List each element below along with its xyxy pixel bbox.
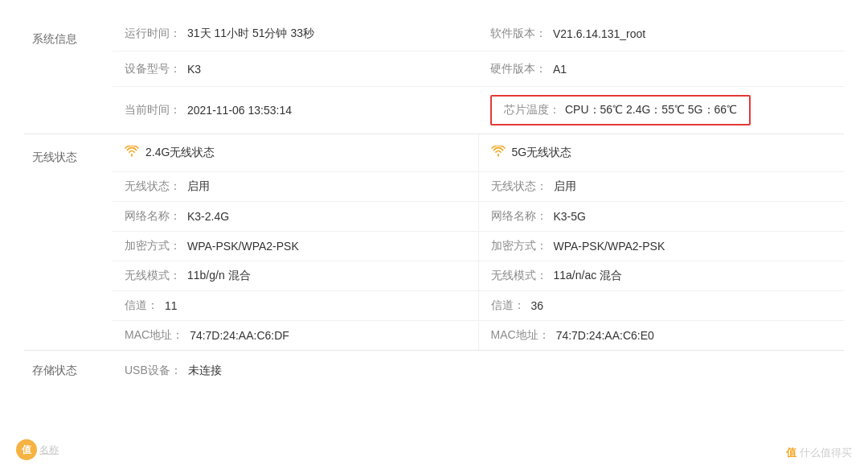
watermark-username: 名称 bbox=[39, 443, 59, 457]
system-row-1: 运行时间： 31天 11小时 51分钟 33秒 软件版本： V21.6.14.1… bbox=[113, 16, 844, 51]
w5-status-value: 启用 bbox=[554, 179, 576, 194]
w24-encrypt-value: WPA-PSK/WPA2-PSK bbox=[187, 240, 299, 253]
w5-channel-label: 信道： bbox=[491, 298, 525, 313]
wireless-24g-ssid: 网络名称： K3-2.4G bbox=[113, 202, 478, 232]
brand-watermark: 值 什么值得买 bbox=[786, 446, 852, 460]
w5-ssid-value: K3-5G bbox=[554, 210, 586, 223]
wireless-24g-status: 无线状态： 启用 bbox=[113, 172, 478, 202]
brand-text: 什么值得买 bbox=[800, 446, 852, 460]
w5-encrypt-value: WPA-PSK/WPA2-PSK bbox=[554, 240, 665, 253]
runtime-value: 31天 11小时 51分钟 33秒 bbox=[187, 27, 314, 41]
wireless-24g-mac: MAC地址： 74:7D:24:AA:C6:DF bbox=[113, 321, 478, 350]
system-content: 运行时间： 31天 11小时 51分钟 33秒 软件版本： V21.6.14.1… bbox=[113, 16, 844, 134]
system-model: 设备型号： K3 bbox=[113, 54, 478, 84]
main-container: 系统信息 运行时间： 31天 11小时 51分钟 33秒 软件版本： V21.6… bbox=[0, 0, 868, 473]
temp-box: 芯片温度： CPU：56℃ 2.4G：55℃ 5G：66℃ bbox=[490, 95, 751, 125]
w5-channel-value: 36 bbox=[531, 299, 544, 312]
system-row-3: 当前时间： 2021-11-06 13:53:14 芯片温度： CPU：56℃ … bbox=[113, 87, 844, 134]
wireless-24g-mode: 无线模式： 11b/g/n 混合 bbox=[113, 261, 478, 291]
w5-encrypt-label: 加密方式： bbox=[491, 239, 547, 253]
wireless-5g-mode: 无线模式： 11a/n/ac 混合 bbox=[479, 261, 845, 291]
brand-highlight: 值 bbox=[786, 446, 796, 460]
wireless-5g-ssid: 网络名称： K3-5G bbox=[479, 202, 845, 232]
wireless-5g-title-row: 5G无线状态 bbox=[479, 134, 845, 172]
system-runtime: 运行时间： 31天 11小时 51分钟 33秒 bbox=[113, 19, 478, 49]
storage-content: USB设备： 未连接 bbox=[113, 351, 844, 391]
w5-mode-value: 11a/n/ac 混合 bbox=[554, 269, 623, 283]
w5-ssid-label: 网络名称： bbox=[491, 209, 547, 224]
usb-label: USB设备： bbox=[125, 364, 182, 378]
watermark: 值 名称 bbox=[16, 439, 59, 460]
w24-mac-value: 74:7D:24:AA:C6:DF bbox=[190, 329, 289, 342]
w24-status-value: 启用 bbox=[187, 179, 210, 194]
system-hardware: 硬件版本： A1 bbox=[478, 54, 844, 84]
system-time: 当前时间： 2021-11-06 13:53:14 bbox=[113, 95, 478, 125]
hardware-label: 硬件版本： bbox=[490, 62, 547, 76]
temp-label: 芯片温度： bbox=[504, 103, 560, 117]
system-label: 系统信息 bbox=[24, 16, 113, 134]
runtime-label: 运行时间： bbox=[125, 27, 181, 41]
wireless-5g-channel: 信道： 36 bbox=[479, 291, 845, 321]
wireless-5g: 5G无线状态 无线状态： 启用 网络名称： K3-5G 加密方式： WPA-PS… bbox=[479, 134, 845, 350]
storage-section: 存储状态 USB设备： 未连接 bbox=[24, 351, 844, 391]
time-value: 2021-11-06 13:53:14 bbox=[187, 104, 292, 117]
model-value: K3 bbox=[187, 63, 201, 76]
software-label: 软件版本： bbox=[490, 27, 547, 41]
wireless-24g-title-row: 2.4G无线状态 bbox=[113, 134, 478, 172]
w24-mode-label: 无线模式： bbox=[125, 269, 181, 283]
hardware-value: A1 bbox=[553, 63, 567, 76]
w5-mode-label: 无线模式： bbox=[491, 269, 547, 283]
wireless-label: 无线状态 bbox=[24, 134, 113, 350]
system-temp: 芯片温度： CPU：56℃ 2.4G：55℃ 5G：66℃ bbox=[478, 87, 844, 134]
wireless-24g-encrypt: 加密方式： WPA-PSK/WPA2-PSK bbox=[113, 232, 478, 261]
wireless-content: 2.4G无线状态 无线状态： 启用 网络名称： K3-2.4G 加密方式： WP… bbox=[113, 134, 844, 350]
w24-encrypt-label: 加密方式： bbox=[125, 239, 181, 253]
w24-ssid-label: 网络名称： bbox=[125, 209, 181, 224]
w24-mac-label: MAC地址： bbox=[125, 328, 183, 343]
w5-mac-value: 74:7D:24:AA:C6:E0 bbox=[556, 329, 654, 342]
wireless-5g-status: 无线状态： 启用 bbox=[479, 172, 845, 202]
w24-channel-value: 11 bbox=[165, 299, 178, 312]
wireless-5g-title: 5G无线状态 bbox=[512, 146, 572, 160]
temp-value: CPU：56℃ 2.4G：55℃ 5G：66℃ bbox=[565, 103, 737, 117]
time-label: 当前时间： bbox=[125, 103, 181, 117]
wireless-24g-channel: 信道： 11 bbox=[113, 291, 478, 321]
model-label: 设备型号： bbox=[125, 62, 181, 76]
w5-status-label: 无线状态： bbox=[491, 179, 547, 194]
system-section: 系统信息 运行时间： 31天 11小时 51分钟 33秒 软件版本： V21.6… bbox=[24, 16, 844, 134]
w24-status-label: 无线状态： bbox=[125, 179, 181, 194]
wireless-section: 无线状态 2.4G无线状态 bbox=[24, 134, 844, 351]
wireless-24g-title: 2.4G无线状态 bbox=[145, 146, 215, 160]
wifi-5g-icon bbox=[491, 146, 506, 160]
watermark-icon: 值 bbox=[16, 439, 37, 460]
system-row-2: 设备型号： K3 硬件版本： A1 bbox=[113, 51, 844, 87]
system-software: 软件版本： V21.6.14.131_root bbox=[478, 19, 844, 49]
w24-ssid-value: K3-2.4G bbox=[187, 210, 229, 223]
wireless-5g-mac: MAC地址： 74:7D:24:AA:C6:E0 bbox=[479, 321, 845, 350]
wireless-5g-encrypt: 加密方式： WPA-PSK/WPA2-PSK bbox=[479, 232, 845, 261]
content-area: 系统信息 运行时间： 31天 11小时 51分钟 33秒 软件版本： V21.6… bbox=[0, 0, 868, 407]
wireless-24g: 2.4G无线状态 无线状态： 启用 网络名称： K3-2.4G 加密方式： WP… bbox=[113, 134, 479, 350]
w24-channel-label: 信道： bbox=[125, 298, 158, 313]
w5-mac-label: MAC地址： bbox=[491, 328, 550, 343]
software-value: V21.6.14.131_root bbox=[553, 27, 645, 40]
usb-value: 未连接 bbox=[188, 364, 222, 378]
wifi-24g-icon bbox=[125, 146, 139, 160]
w24-mode-value: 11b/g/n 混合 bbox=[187, 269, 251, 283]
storage-label: 存储状态 bbox=[24, 351, 113, 391]
